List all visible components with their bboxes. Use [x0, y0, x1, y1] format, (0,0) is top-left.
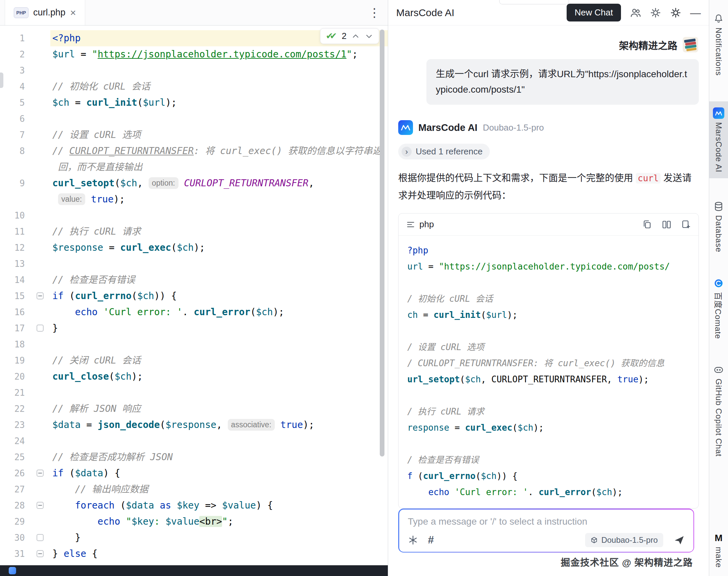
- code-line[interactable]: [407, 275, 698, 291]
- editor-line[interactable]: 13: [0, 256, 388, 272]
- ai-intro-text: 根据你提供的代码上下文和需求，下面是一个完整的使用 curl 发送请求并处理响应…: [398, 170, 699, 204]
- new-chat-button[interactable]: New Chat: [567, 4, 621, 22]
- code-line[interactable]: / 设置 cURL 选项: [407, 339, 698, 355]
- used-reference-label: Used 1 reference: [416, 146, 482, 157]
- editor-line[interactable]: 12$response = curl_exec($ch);: [0, 240, 388, 256]
- editor-line[interactable]: 31} else {: [0, 546, 388, 562]
- editor-line[interactable]: 19// 关闭 cURL 会话: [0, 352, 388, 369]
- model-selector-chip[interactable]: Doubao-1.5-pro: [585, 533, 663, 547]
- code-line[interactable]: [407, 387, 698, 403]
- insert-file-icon[interactable]: [681, 220, 691, 230]
- dock-icon[interactable]: [9, 567, 16, 574]
- line-number: 13: [0, 256, 50, 272]
- editor-line[interactable]: 10: [0, 207, 388, 224]
- sidebar-item-marscode-ai[interactable]: MarsCode AI: [709, 102, 728, 179]
- editor-line[interactable]: value: true);: [0, 191, 388, 207]
- editor-line[interactable]: 28 foreach ($data as $key => $value) {: [0, 497, 388, 514]
- inspection-widget[interactable]: ✔✔ 2: [320, 28, 379, 44]
- sidebar-item-baidu-comate[interactable]: 百度Comate: [709, 275, 728, 342]
- sidebar-label: Notifications: [714, 28, 723, 76]
- share-users-icon[interactable]: [630, 7, 641, 19]
- tool-window-gear-icon[interactable]: [670, 7, 681, 19]
- fold-icon[interactable]: [36, 292, 43, 299]
- code-line[interactable]: / 初始化 cURL 会话: [407, 291, 698, 307]
- code-line[interactable]: ch = curl_init($url);: [407, 307, 698, 323]
- chevron-right-icon: ›: [401, 147, 412, 157]
- code-line[interactable]: ?php: [407, 242, 698, 258]
- chat-message-input[interactable]: [408, 516, 685, 527]
- editor-line[interactable]: 6: [0, 111, 388, 127]
- code-line[interactable]: / 检查是否有错误: [407, 452, 698, 468]
- skills-spark-icon[interactable]: [408, 535, 418, 545]
- code-line[interactable]: f (curl_errno($ch)) {: [407, 468, 698, 484]
- editor-line[interactable]: 7// 设置 cURL 选项: [0, 127, 388, 143]
- editor-line[interactable]: 27 // 输出响应数据: [0, 481, 388, 497]
- editor-line[interactable]: 26if ($data) {: [0, 465, 388, 481]
- copy-icon[interactable]: [642, 220, 652, 230]
- editor-scrollbar[interactable]: [380, 30, 385, 457]
- editor-line[interactable]: 15if (curl_errno($ch)) {: [0, 288, 388, 304]
- more-options-icon[interactable]: ⋮: [368, 6, 381, 20]
- line-number: [0, 159, 50, 175]
- code-line[interactable]: url = "https://jsonplaceholder.typicode.…: [407, 258, 698, 275]
- line-number: 2: [0, 46, 50, 62]
- code-block-content[interactable]: ?phpurl = "https://jsonplaceholder.typic…: [399, 236, 698, 508]
- fold-icon[interactable]: [36, 324, 43, 332]
- code-line[interactable]: / 执行 cURL 请求: [407, 403, 698, 420]
- diff-icon[interactable]: [662, 220, 672, 230]
- editor-line[interactable]: 18: [0, 336, 388, 352]
- code-editor[interactable]: 1<?php2$url = "https://jsonplaceholder.t…: [0, 30, 388, 562]
- code-line[interactable]: / CURLOPT_RETURNTRANSFER: 将 curl_exec() …: [407, 355, 698, 371]
- line-number: [0, 191, 50, 207]
- editor-line[interactable]: 2$url = "https://jsonplaceholder.typicod…: [0, 46, 388, 62]
- editor-line[interactable]: 3: [0, 62, 388, 79]
- prev-problem-icon[interactable]: [351, 32, 360, 40]
- sidebar-item-github-copilot-chat[interactable]: GitHub Copilot Chat: [709, 361, 728, 460]
- editor-line[interactable]: 5$ch = curl_init($url);: [0, 95, 388, 111]
- editor-line[interactable]: 25// 检查是否成功解析 JSON: [0, 449, 388, 465]
- editor-line[interactable]: 17}: [0, 320, 388, 336]
- inspection-count: 2: [342, 31, 346, 41]
- line-number: 27: [0, 481, 50, 497]
- context-hash-icon[interactable]: #: [428, 534, 434, 546]
- editor-line[interactable]: 11// 执行 cURL 请求: [0, 224, 388, 240]
- code-line[interactable]: [407, 323, 698, 339]
- line-number: 29: [0, 514, 50, 530]
- editor-line[interactable]: 14// 检查是否有错误: [0, 272, 388, 288]
- code-line[interactable]: response = curl_exec($ch);: [407, 420, 698, 436]
- database-icon: [713, 201, 724, 212]
- code-line[interactable]: echo 'Curl error: '. curl_error($ch);: [407, 484, 698, 500]
- minimize-panel-icon[interactable]: —: [690, 7, 701, 18]
- editor-line[interactable]: 21: [0, 385, 388, 401]
- line-number: 12: [0, 240, 50, 256]
- editor-line[interactable]: 29 echo "$key: $value<br>";: [0, 514, 388, 530]
- sidebar-item-notifications[interactable]: Notifications: [709, 10, 728, 79]
- user-avatar: [683, 37, 699, 53]
- editor-line[interactable]: 23$data = json_decode($response, associa…: [0, 417, 388, 433]
- editor-line[interactable]: 回，而不是直接输出: [0, 159, 388, 175]
- gutter-notch: [0, 73, 3, 88]
- editor-line[interactable]: 16 echo 'Curl error: '. curl_error($ch);: [0, 304, 388, 320]
- editor-line[interactable]: 22// 解析 JSON 响应: [0, 401, 388, 417]
- tab-curl-php[interactable]: PHP curl.php ×: [5, 0, 85, 25]
- editor-line[interactable]: 9curl_setopt($ch, option: CURLOPT_RETURN…: [0, 175, 388, 191]
- send-icon[interactable]: [673, 535, 685, 546]
- editor-line[interactable]: 20curl_close($ch);: [0, 369, 388, 385]
- fold-icon[interactable]: [36, 502, 43, 509]
- sidebar-item-make[interactable]: M make: [709, 529, 728, 571]
- sidebar-item-database[interactable]: Database: [709, 198, 728, 256]
- next-problem-icon[interactable]: [365, 32, 373, 40]
- used-reference-toggle[interactable]: › Used 1 reference: [398, 144, 490, 160]
- code-line[interactable]: [407, 436, 698, 452]
- editor-line[interactable]: 8// CURLOPT_RETURNTRANSFER: 将 curl_exec(…: [0, 143, 388, 159]
- close-tab-icon[interactable]: ×: [70, 8, 76, 18]
- editor-line[interactable]: 30 }: [0, 530, 388, 546]
- editor-line[interactable]: 4// 初始化 cURL 会话: [0, 79, 388, 95]
- line-number: 7: [0, 127, 50, 143]
- fold-icon[interactable]: [36, 534, 43, 541]
- fold-icon[interactable]: [36, 469, 43, 477]
- editor-line[interactable]: 24: [0, 433, 388, 449]
- fold-icon[interactable]: [36, 550, 43, 557]
- code-line[interactable]: url_setopt($ch, CURLOPT_RETURNTRANSFER, …: [407, 371, 698, 387]
- chat-settings-gear-icon[interactable]: [650, 7, 661, 19]
